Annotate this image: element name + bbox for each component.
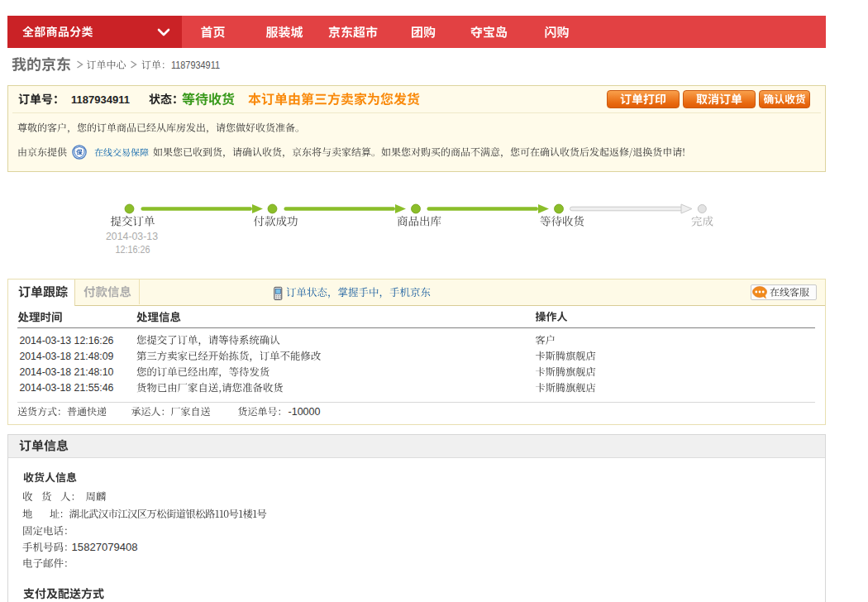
svg-text:2014-03-18 21:55:46: 2014-03-18 21:55:46: [19, 382, 113, 394]
svg-text:12:16:26: 12:16:26: [116, 244, 150, 256]
svg-text:15827079408: 15827079408: [72, 541, 138, 553]
svg-text:-10000: -10000: [289, 406, 321, 418]
svg-text:2014-03-13 12:16:26: 2014-03-13 12:16:26: [19, 335, 113, 346]
svg-text:2014-03-13: 2014-03-13: [106, 231, 158, 242]
svg-text:1187934911: 1187934911: [71, 93, 130, 106]
svg-text:2014-03-18 21:48:10: 2014-03-18 21:48:10: [19, 366, 113, 378]
svg-text:1187934911: 1187934911: [171, 60, 220, 71]
svg-text:2014-03-18 21:48:09: 2014-03-18 21:48:09: [19, 351, 113, 362]
